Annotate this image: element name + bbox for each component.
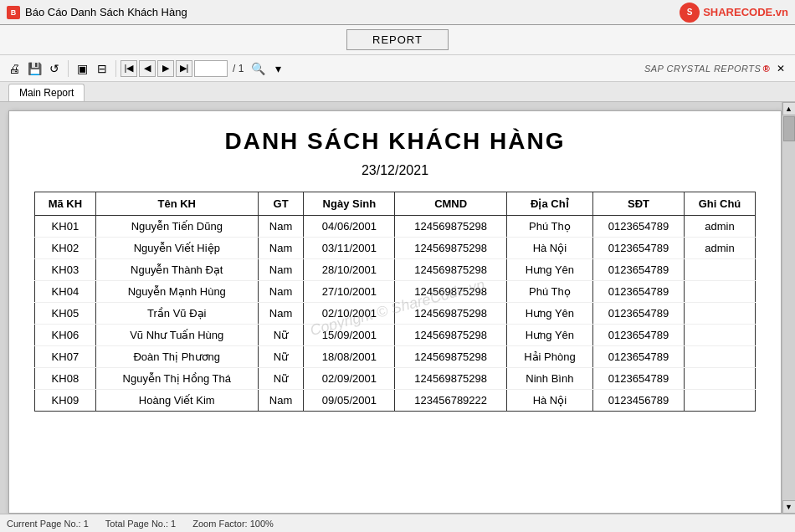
cell-1-6: 0123654789 xyxy=(592,238,684,259)
cell-2-6: 0123654789 xyxy=(592,259,684,281)
zoom-status: Zoom Factor: 100% xyxy=(192,519,274,529)
cell-3-4: 124569875298 xyxy=(395,281,506,303)
table-row: KH05Trần Vũ ĐạiNam02/10/2001124569875298… xyxy=(35,303,756,325)
search-icon[interactable]: 🔍 xyxy=(249,59,267,78)
table-row: KH07Đoàn Thị PhươngNữ18/08/2001124569875… xyxy=(35,346,756,368)
cell-2-0: KH03 xyxy=(35,259,96,281)
cell-3-3: 27/10/2001 xyxy=(304,281,395,303)
scroll-down-button[interactable]: ▼ xyxy=(782,500,796,514)
cell-7-4: 124569875298 xyxy=(395,368,506,390)
page-number-input[interactable]: 1 xyxy=(194,60,228,77)
cell-7-3: 02/09/2001 xyxy=(304,368,395,390)
nav-next-button[interactable]: ▶ xyxy=(157,60,174,77)
cell-0-2: Nam xyxy=(258,216,304,238)
report-date: 23/12/2021 xyxy=(34,163,756,178)
table-row: KH03Nguyễn Thành ĐạtNam28/10/20011245698… xyxy=(35,259,756,281)
close-panel-icon[interactable]: ✕ xyxy=(772,59,790,78)
cell-8-1: Hoàng Viết Kim xyxy=(95,390,258,412)
cell-6-5: Hải Phòng xyxy=(506,346,592,368)
logo-text: SHARECODE.vn xyxy=(703,6,788,18)
cell-3-7 xyxy=(685,281,756,303)
refresh-icon[interactable]: ↺ xyxy=(45,59,64,78)
page-total: / 1 xyxy=(233,63,244,74)
tab-main-report[interactable]: Main Report xyxy=(8,84,85,101)
separator-2 xyxy=(115,60,116,77)
cell-5-1: Vũ Như Tuấn Hùng xyxy=(95,325,258,346)
cell-0-3: 04/06/2001 xyxy=(304,216,395,238)
cell-3-5: Phú Thọ xyxy=(506,281,592,303)
cell-0-6: 0123654789 xyxy=(592,216,684,238)
cell-1-5: Hà Nội xyxy=(506,238,592,259)
print-icon[interactable]: 🖨 xyxy=(5,59,23,78)
cell-3-2: Nam xyxy=(258,281,304,303)
cell-1-3: 03/11/2001 xyxy=(304,238,395,259)
col-header-cmnd: CMND xyxy=(395,192,506,216)
col-header-diachi: Địa Chỉ xyxy=(506,192,592,216)
cell-0-5: Phú Thọ xyxy=(506,216,592,238)
report-title: DANH SÁCH KHÁCH HÀNG xyxy=(34,128,756,155)
nav-first-button[interactable]: |◀ xyxy=(121,60,137,77)
cell-4-5: Hưng Yên xyxy=(506,303,592,325)
cell-7-6: 0123654789 xyxy=(592,368,684,390)
nav-last-button[interactable]: ▶| xyxy=(176,60,192,77)
col-header-sdt: SĐT xyxy=(592,192,684,216)
cell-8-0: KH09 xyxy=(35,390,96,412)
total-page-status: Total Page No.: 1 xyxy=(105,519,176,529)
cell-8-2: Nam xyxy=(258,390,304,412)
report-button[interactable]: REPORT xyxy=(346,29,449,50)
toggle-icon[interactable]: ▣ xyxy=(73,59,91,78)
separator-1 xyxy=(68,60,69,77)
cell-2-5: Hưng Yên xyxy=(506,259,592,281)
scrollbar[interactable]: ▲ ▼ xyxy=(782,102,795,514)
cell-4-7 xyxy=(685,303,756,325)
cell-3-1: Nguyễn Mạnh Hùng xyxy=(95,281,258,303)
table-row: KH01Nguyễn Tiến DũngNam04/06/20011245698… xyxy=(35,216,756,238)
cell-6-1: Đoàn Thị Phương xyxy=(95,346,258,368)
cell-7-1: Nguyễn Thị Hồng Thá xyxy=(95,368,258,390)
cell-1-1: Nguyễn Viết Hiệp xyxy=(95,238,258,259)
sap-label: SAP CRYSTAL REPORTS® xyxy=(644,64,770,74)
cell-5-7 xyxy=(685,325,756,346)
status-bar: Current Page No.: 1 Total Page No.: 1 Zo… xyxy=(0,514,795,532)
title-bar-left: B Báo Cáo Danh Sách Khách Hàng xyxy=(7,6,187,19)
scroll-thumb[interactable] xyxy=(783,116,795,141)
zoom-icon[interactable]: ▾ xyxy=(269,59,287,78)
cell-4-1: Trần Vũ Đại xyxy=(95,303,258,325)
scroll-track xyxy=(782,115,795,500)
cell-0-0: KH01 xyxy=(35,216,96,238)
cell-0-7: admin xyxy=(685,216,756,238)
cell-8-3: 09/05/2001 xyxy=(304,390,395,412)
title-bar-right: S SHARECODE.vn xyxy=(680,3,788,23)
cell-8-4: 123456789222 xyxy=(395,390,506,412)
cell-5-3: 15/09/2001 xyxy=(304,325,395,346)
table-header-row: Mã KH Tên KH GT Ngày Sinh CMND Địa Chỉ S… xyxy=(35,192,756,216)
cell-8-6: 0123456789 xyxy=(592,390,684,412)
save-icon[interactable]: 💾 xyxy=(25,59,44,78)
panel-icon[interactable]: ⊟ xyxy=(93,59,111,78)
logo-icon: S xyxy=(680,3,700,23)
cell-2-7 xyxy=(685,259,756,281)
cell-7-5: Ninh Bình xyxy=(506,368,592,390)
cell-5-2: Nữ xyxy=(258,325,304,346)
cell-4-2: Nam xyxy=(258,303,304,325)
table-row: KH04Nguyễn Mạnh HùngNam27/10/20011245698… xyxy=(35,281,756,303)
tab-bar: Main Report xyxy=(0,82,795,102)
window-title: Báo Cáo Danh Sách Khách Hàng xyxy=(25,6,187,18)
data-table: Mã KH Tên KH GT Ngày Sinh CMND Địa Chỉ S… xyxy=(34,192,756,412)
table-row: KH06Vũ Như Tuấn HùngNữ15/09/200112456987… xyxy=(35,325,756,346)
cell-4-3: 02/10/2001 xyxy=(304,303,395,325)
cell-5-4: 124569875298 xyxy=(395,325,506,346)
cell-5-6: 0123654789 xyxy=(592,325,684,346)
cell-7-2: Nữ xyxy=(258,368,304,390)
table-row: KH09Hoàng Viết KimNam09/05/2001123456789… xyxy=(35,390,756,412)
cell-2-4: 124569875298 xyxy=(395,259,506,281)
cell-1-0: KH02 xyxy=(35,238,96,259)
cell-6-2: Nữ xyxy=(258,346,304,368)
title-bar: B Báo Cáo Danh Sách Khách Hàng S SHARECO… xyxy=(0,0,795,25)
col-header-gt: GT xyxy=(258,192,304,216)
report-page: DANH SÁCH KHÁCH HÀNG 23/12/2021 Mã KH Tê… xyxy=(8,110,782,514)
col-header-ghichu: Ghi Chú xyxy=(685,192,756,216)
scroll-up-button[interactable]: ▲ xyxy=(782,102,796,115)
cell-0-4: 124569875298 xyxy=(395,216,506,238)
nav-prev-button[interactable]: ◀ xyxy=(139,60,156,77)
